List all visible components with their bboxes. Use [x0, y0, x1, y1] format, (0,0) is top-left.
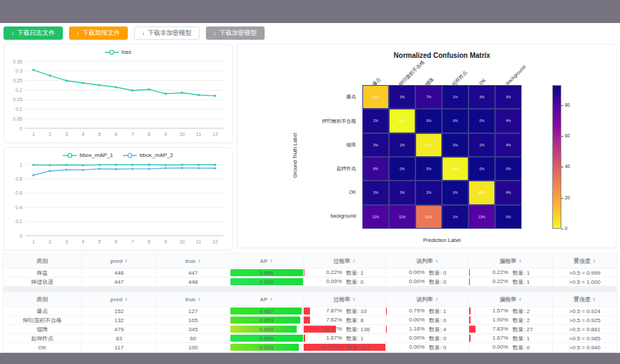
table-row[interactable]: 烟珠4793450.90039.42%数量: 1361.16%数量: 47.83… — [3, 325, 617, 334]
column-header-label: true — [185, 258, 195, 264]
misjudge-rate-text: 0.00%数量: 0 — [386, 269, 468, 277]
matrix-cell[interactable]: 3% — [389, 181, 415, 204]
matrix-cell-value: 4% — [496, 119, 521, 123]
summary-table: 类别pred▲▼true▲▼AP▲▼过检率▲▼误判率▲▼漏检率▲▼置信度▲▼焊盘… — [3, 253, 617, 287]
column-header-3[interactable]: AP▲▼ — [230, 292, 304, 306]
column-header-6[interactable]: 漏检率▲▼ — [469, 254, 553, 268]
matrix-cell-value: 0% — [496, 215, 521, 219]
matrix-cell[interactable]: 2% — [362, 109, 389, 132]
legend-item-bbox_mAP_2[interactable]: bbox_mAP_2 — [123, 152, 173, 158]
column-sort-icon[interactable]: ▲▼ — [270, 297, 272, 302]
table-row[interactable]: 起焊炸点63600.9961.67%数量: 10.00%数量: 01.67%数量… — [3, 334, 617, 343]
svg-text:11: 11 — [196, 239, 201, 244]
matrix-cell[interactable]: 13% — [468, 205, 495, 229]
matrix-cell[interactable]: 1% — [442, 205, 468, 229]
column-sort-icon[interactable]: ▲▼ — [198, 297, 200, 302]
column-header-2[interactable]: true▲▼ — [157, 292, 230, 306]
matrix-cell[interactable]: 61% — [415, 205, 442, 229]
column-header-1[interactable]: pred▲▼ — [82, 292, 157, 306]
ap-cell: 0.929 — [230, 343, 304, 351]
matrix-cell[interactable]: 4% — [495, 109, 522, 132]
column-sort-icon[interactable]: ▲▼ — [593, 297, 596, 302]
matrix-cell[interactable]: 7% — [415, 85, 442, 109]
column-header-5[interactable]: 误判率▲▼ — [386, 292, 469, 306]
matrix-cell[interactable]: 3% — [468, 85, 495, 109]
column-header-4[interactable]: 过检率▲▼ — [304, 254, 386, 268]
legend-item-bbox_mAP_1[interactable]: bbox_mAP_1 — [63, 152, 113, 158]
matrix-cell[interactable]: 12% — [362, 205, 389, 229]
matrix-cell[interactable]: 92% — [442, 157, 468, 181]
column-header-5[interactable]: 误判率▲▼ — [386, 254, 469, 268]
matrix-cell[interactable]: 0% — [468, 109, 495, 132]
legend-item-loss[interactable]: loss — [105, 49, 131, 55]
column-sort-icon[interactable]: ▲▼ — [519, 297, 522, 302]
column-sort-icon[interactable]: ▲▼ — [435, 259, 438, 264]
matrix-cell[interactable]: 3% — [362, 133, 389, 157]
column-sort-icon[interactable]: ▲▼ — [519, 259, 522, 264]
matrix-cell[interactable]: 0% — [442, 133, 468, 157]
column-sort-icon[interactable]: ▲▼ — [353, 259, 355, 264]
matrix-cell[interactable]: 0% — [389, 157, 415, 181]
column-header-1[interactable]: pred▲▼ — [82, 254, 157, 268]
matrix-cell-value: 0% — [496, 167, 521, 171]
matrix-cell[interactable]: 0% — [495, 157, 522, 181]
column-sort-icon[interactable]: ▲▼ — [593, 259, 596, 264]
legend-label: bbox_mAP_1 — [80, 152, 113, 158]
matrix-cell[interactable]: 4% — [495, 181, 522, 204]
column-header-7[interactable]: 置信度▲▼ — [553, 292, 617, 306]
matrix-cell[interactable]: 0% — [468, 157, 495, 181]
matrix-cell[interactable]: 2% — [389, 133, 415, 157]
confidence-cell: >0.5 = 0.940 — [553, 343, 617, 351]
matrix-cell[interactable]: 90% — [415, 133, 442, 157]
download-report-button[interactable]: ↓ 下载简报文件 — [69, 26, 128, 40]
matrix-cell[interactable]: 93% — [389, 109, 415, 132]
matrix-cell[interactable]: 3% — [495, 85, 522, 109]
matrix-cell[interactable]: 83% — [362, 85, 389, 109]
matrix-cell[interactable]: 0% — [495, 205, 522, 229]
matrix-cell[interactable]: 89% — [468, 181, 495, 204]
matrix-cell[interactable]: 3% — [389, 85, 415, 109]
column-sort-icon[interactable]: ▲▼ — [124, 297, 127, 302]
table-row[interactable]: 焊缝轨迹4474481.0000.00%数量: 00.00%数量: 00.22%… — [3, 278, 617, 287]
column-header-4[interactable]: 过检率▲▼ — [304, 292, 386, 306]
matrix-cell-value: 13% — [469, 215, 494, 219]
matrix-cell[interactable]: 2% — [468, 133, 495, 157]
true-count-cell: 105 — [157, 316, 230, 324]
matrix-cell-value: 0% — [390, 167, 415, 171]
matrix-cell[interactable]: 4% — [495, 133, 522, 157]
overkill-rate-text: 117.00%数量: 117 — [304, 344, 385, 351]
class-name-cell: OK — [3, 343, 82, 351]
column-header-3[interactable]: AP▲▼ — [230, 254, 304, 268]
download-plain-model-button[interactable]: ↓ 下载非加密模型 — [134, 26, 200, 40]
column-sort-icon[interactable]: ▲▼ — [435, 297, 438, 302]
matrix-cell[interactable]: 0% — [442, 181, 468, 204]
matrix-cell-value: 2% — [416, 190, 441, 195]
column-sort-icon[interactable]: ▲▼ — [124, 259, 127, 264]
column-sort-icon[interactable]: ▲▼ — [353, 297, 355, 302]
download-log-button[interactable]: ↓ 下载日志文件 — [3, 26, 63, 40]
matrix-cell[interactable]: 3% — [362, 181, 389, 204]
column-header-6[interactable]: 漏检率▲▼ — [469, 292, 553, 306]
matrix-cell[interactable]: 1% — [442, 85, 468, 109]
download-encrypted-model-button[interactable]: ↓ 下载加密模型 — [206, 26, 265, 40]
column-sort-icon[interactable]: ▲▼ — [270, 259, 272, 264]
svg-text:0.1: 0.1 — [15, 107, 22, 112]
confidence-cell: >0.5 = 0.924 — [553, 307, 617, 315]
matrix-cell[interactable]: 0% — [415, 109, 442, 132]
matrix-row-label: 爆点 — [300, 93, 356, 100]
column-sort-icon[interactable]: ▲▼ — [198, 259, 200, 264]
table-row[interactable]: 爆点1521270.9677.87%数量: 100.79%数量: 11.57%数… — [3, 307, 617, 316]
table-row[interactable]: OK1171000.929117.00%数量: 1170.00%数量: 00.0… — [3, 343, 617, 352]
class-name-cell: 焊印面积不合格 — [3, 316, 82, 324]
svg-text:0.8: 0.8 — [15, 176, 22, 181]
column-header-7[interactable]: 置信度▲▼ — [553, 254, 617, 268]
column-header-2[interactable]: true▲▼ — [157, 254, 230, 268]
table-row[interactable]: 焊盘4464470.9860.22%数量: 10.00%数量: 00.22%数量… — [3, 268, 617, 278]
matrix-cell[interactable]: 8% — [362, 157, 389, 181]
colorbar-tick — [561, 167, 563, 167]
matrix-cell[interactable]: 11% — [389, 205, 415, 229]
matrix-cell[interactable]: 2% — [415, 181, 442, 204]
matrix-cell[interactable]: 0% — [415, 157, 442, 181]
table-row[interactable]: 焊印面积不合格1321050.9537.62%数量: 80.00%数量: 01.… — [3, 316, 617, 325]
matrix-cell[interactable]: 0% — [442, 109, 468, 132]
